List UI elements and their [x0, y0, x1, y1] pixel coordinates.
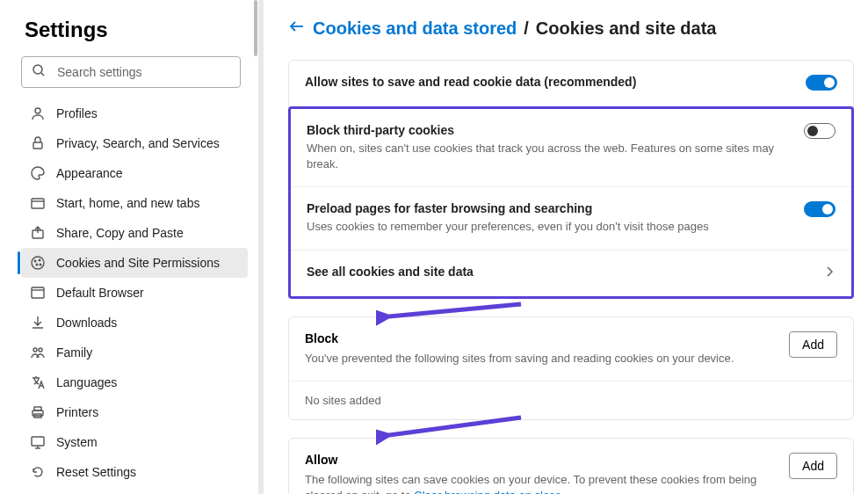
sidebar-item-reset-settings[interactable]: Reset Settings — [21, 457, 248, 487]
svg-point-15 — [39, 348, 42, 352]
reset-icon — [30, 464, 46, 480]
svg-line-1 — [41, 73, 44, 76]
see-all-cookies-row[interactable]: See all cookies and site data — [291, 251, 851, 296]
preload-title: Preload pages for faster browsing and se… — [307, 201, 786, 215]
language-icon — [30, 374, 46, 390]
svg-point-8 — [34, 260, 36, 262]
share-icon — [30, 225, 46, 241]
svg-rect-19 — [32, 437, 44, 446]
breadcrumb: Cookies and data stored / Cookies and si… — [288, 18, 854, 39]
sidebar-item-downloads[interactable]: Downloads — [21, 308, 248, 338]
search-icon — [32, 63, 46, 81]
sidebar-item-share-copy-and-paste[interactable]: Share, Copy and Paste — [21, 218, 248, 248]
sidebar-item-default-browser[interactable]: Default Browser — [21, 278, 248, 308]
sidebar-item-label: Printers — [56, 405, 98, 419]
sidebar-item-start-home-and-new-tabs[interactable]: Start, home, and new tabs — [21, 188, 248, 218]
sidebar-item-label: Share, Copy and Paste — [56, 226, 184, 240]
download-icon — [30, 315, 46, 331]
svg-rect-12 — [32, 287, 44, 298]
sidebar-item-system[interactable]: System — [21, 427, 248, 457]
sidebar-item-label: Downloads — [56, 316, 117, 330]
allow-add-button[interactable]: Add — [789, 453, 837, 479]
clear-browsing-data-link[interactable]: Clear browsing data on close — [414, 489, 561, 494]
sidebar-item-label: Default Browser — [56, 286, 144, 300]
block-empty-message: No sites added — [289, 381, 853, 419]
sidebar-item-label: Profiles — [56, 106, 98, 120]
sidebar-item-label: System — [56, 435, 98, 449]
sidebar-item-label: Family — [56, 345, 92, 360]
svg-point-0 — [33, 65, 42, 74]
breadcrumb-current: Cookies and site data — [536, 18, 717, 39]
sidebar-item-label: Reset Settings — [56, 465, 136, 479]
svg-rect-4 — [32, 199, 44, 208]
svg-rect-3 — [33, 142, 42, 149]
tab-icon — [30, 195, 46, 211]
annotation-highlight-box: Block third-party cookies When on, sites… — [288, 106, 854, 299]
allow-section-desc: The following sites can save cookies on … — [305, 472, 789, 494]
main-content: Cookies and data stored / Cookies and si… — [264, 0, 868, 494]
sidebar-item-profiles[interactable]: Profiles — [21, 98, 248, 128]
allow-section: Allow The following sites can save cooki… — [288, 438, 854, 494]
scrollbar[interactable] — [254, 0, 257, 56]
allow-section-title: Allow — [305, 453, 789, 467]
appearance-icon — [30, 165, 46, 181]
cookie-icon — [30, 255, 46, 271]
preload-desc: Uses cookies to remember your preference… — [307, 219, 786, 235]
sidebar-item-appearance[interactable]: Appearance — [21, 158, 248, 188]
browser-icon — [30, 285, 46, 301]
sidebar-item-printers[interactable]: Printers — [21, 397, 248, 427]
allow-cookies-title: Allow sites to save and read cookie data… — [305, 75, 788, 89]
svg-point-11 — [40, 264, 41, 265]
block-section-title: Block — [305, 331, 734, 345]
block-third-party-toggle[interactable] — [804, 123, 835, 139]
sidebar: Settings ProfilesPrivacy, Search, and Se… — [0, 0, 264, 494]
cookie-settings-card: Allow sites to save and read cookie data… — [288, 60, 854, 299]
sidebar-item-label: Cookies and Site Permissions — [56, 256, 220, 270]
svg-point-14 — [33, 348, 37, 352]
profile-icon — [30, 105, 46, 121]
sidebar-item-languages[interactable]: Languages — [21, 367, 248, 397]
sidebar-item-label: Start, home, and new tabs — [56, 196, 199, 210]
allow-cookies-toggle[interactable] — [806, 75, 837, 91]
block-third-party-title: Block third-party cookies — [307, 123, 786, 137]
sidebar-item-label: Languages — [56, 375, 117, 389]
printer-icon — [30, 404, 46, 420]
sidebar-item-phone-and-other-devices[interactable]: Phone and Other Devices — [21, 487, 248, 494]
preload-toggle[interactable] — [804, 201, 835, 217]
svg-point-7 — [32, 257, 44, 269]
svg-point-2 — [35, 108, 40, 113]
breadcrumb-parent-link[interactable]: Cookies and data stored — [313, 18, 517, 39]
system-icon — [30, 434, 46, 450]
svg-point-10 — [36, 264, 38, 265]
lock-icon — [30, 135, 46, 151]
block-add-button[interactable]: Add — [789, 331, 837, 358]
back-arrow-icon[interactable] — [288, 18, 306, 39]
search-input[interactable] — [21, 56, 241, 88]
block-section-desc: You've prevented the following sites fro… — [305, 351, 734, 367]
sidebar-item-label: Appearance — [56, 166, 123, 180]
breadcrumb-separator: / — [524, 18, 529, 39]
block-section: Block You've prevented the following sit… — [288, 316, 854, 420]
svg-rect-17 — [34, 407, 41, 410]
sidebar-item-family[interactable]: Family — [21, 338, 248, 367]
family-icon — [30, 345, 46, 360]
svg-point-9 — [39, 259, 40, 261]
sidebar-item-label: Privacy, Search, and Services — [56, 136, 220, 150]
see-all-title: See all cookies and site data — [307, 265, 806, 279]
chevron-right-icon — [823, 265, 835, 281]
sidebar-item-cookies-and-site-permissions[interactable]: Cookies and Site Permissions — [21, 248, 248, 278]
block-third-party-desc: When on, sites can't use cookies that tr… — [307, 141, 786, 172]
sidebar-item-privacy-search-and-services[interactable]: Privacy, Search, and Services — [21, 128, 248, 158]
settings-title: Settings — [21, 18, 248, 42]
